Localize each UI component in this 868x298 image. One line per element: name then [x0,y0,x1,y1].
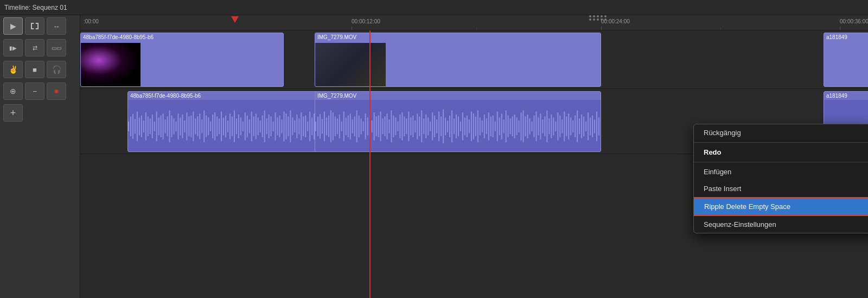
svg-rect-39 [212,115,213,138]
dot [601,18,603,21]
zoom-in-button[interactable]: ⊕ [3,83,23,100]
menu-item-ripple-delete[interactable]: Ripple Delete Empty Space [693,197,868,216]
svg-rect-109 [348,116,349,137]
svg-rect-144 [423,118,424,134]
menu-item-insert[interactable]: Einfügen [694,163,868,180]
svg-rect-165 [469,119,470,134]
headphone-button[interactable]: 🎧 [47,61,66,78]
svg-rect-206 [557,112,558,141]
svg-rect-168 [475,117,476,137]
svg-rect-169 [477,111,478,143]
svg-rect-26 [184,121,185,132]
svg-rect-73 [285,113,286,140]
ruler-tick-24 [601,27,602,30]
svg-rect-138 [410,117,411,135]
record-button[interactable]: ● [47,83,66,100]
svg-rect-12 [154,122,155,131]
svg-rect-224 [596,111,597,141]
svg-rect-122 [376,117,377,137]
svg-rect-177 [495,122,496,131]
playhead-triangle[interactable] [231,16,239,23]
clip-1-thumbnail [81,43,141,86]
svg-rect-59 [256,113,257,140]
menu-item-undo[interactable]: Rückgängig [694,124,868,141]
svg-rect-71 [281,119,282,134]
svg-rect-76 [292,117,293,135]
video-track: 48ba785f-f7de-4980-8b95-b6 IMG_7279.MOV … [80,30,868,89]
svg-rect-3 [135,119,136,134]
ruler-tick-12 [352,27,352,30]
svg-rect-125 [382,118,384,134]
audio-clip-2[interactable]: IMG_7279.MOV [315,91,601,152]
svg-rect-20 [171,116,173,137]
svg-rect-219 [585,122,586,131]
svg-rect-101 [330,111,331,143]
svg-rect-150 [436,119,437,134]
svg-rect-170 [480,117,481,135]
svg-rect-15 [161,116,162,137]
svg-rect-129 [391,111,392,143]
svg-rect-220 [588,112,589,141]
audio-clip-1[interactable]: 48ba785f-f7de-4980-8b95-b6 [127,91,331,152]
box-select-tool-button[interactable] [25,17,44,35]
svg-rect-184 [510,118,511,134]
add-track-button[interactable]: + [3,104,23,122]
svg-rect-30 [193,111,194,141]
dot [593,18,595,21]
svg-rect-137 [408,111,409,141]
select-tool-button[interactable]: ▶ [3,17,23,35]
ruler-labels: :00:00 00:00:12:00 00:00:24:00 00:00:36:… [80,15,868,30]
svg-rect-81 [303,117,304,137]
video-clip-3-partial[interactable]: a181849 [824,33,868,87]
timeline-title: Timeline: Sequenz 01 [4,4,67,11]
svg-rect-162 [462,112,463,141]
svg-rect-19 [169,111,170,143]
svg-rect-47 [229,113,231,140]
svg-rect-116 [363,122,364,131]
svg-rect-29 [190,116,192,137]
track-forward-icon: ▮▶ [9,45,17,51]
move-tool-button[interactable]: ↔ [47,17,66,35]
menu-item-redo-label: Redo [704,148,722,156]
svg-rect-188 [519,121,520,132]
svg-rect-6 [141,116,142,137]
svg-rect-207 [559,116,560,137]
clip-2-label: IMG_7279.MOV [315,33,601,41]
svg-rect-203 [551,115,552,138]
menu-item-sequence-settings[interactable]: Sequenz-Einstellungen [694,216,868,233]
menu-item-ripple-delete-label: Ripple Delete Empty Space [704,202,790,211]
svg-rect-32 [197,117,198,137]
svg-rect-181 [503,119,505,134]
toolbar: ▶ ↔ ▮▶ ⇄ ▭▭ ✌ ■ [0,15,80,298]
menu-item-redo[interactable]: Redo [694,144,868,161]
svg-rect-74 [288,117,289,137]
svg-rect-143 [421,111,422,143]
svg-rect-79 [298,118,299,134]
time-ruler[interactable]: :00:00 00:00:12:00 00:00:24:00 00:00:36:… [80,15,868,30]
svg-rect-187 [516,117,518,135]
toolbar-row-4: ⊕ − ● [0,80,80,102]
zoom-out-button[interactable]: ■ [25,61,44,78]
svg-rect-198 [540,113,541,140]
svg-rect-202 [548,118,550,134]
video-clip-1[interactable]: 48ba785f-f7de-4980-8b95-b6 [80,33,284,87]
svg-rect-66 [271,117,272,137]
menu-item-paste-insert[interactable]: Paste Insert [694,180,868,197]
track-select-all-button[interactable]: ⇄ [25,39,44,56]
svg-rect-171 [482,121,483,132]
zoom-button[interactable]: − [25,83,44,100]
dots-indicator [589,15,607,21]
svg-rect-8 [145,112,146,141]
svg-rect-33 [199,113,200,140]
ripple-edit-button[interactable]: ▭▭ [47,39,66,56]
hand-tool-button[interactable]: ✌ [3,61,23,78]
track-select-forward-button[interactable]: ▮▶ [3,39,23,56]
audio-clip-1-waveform [128,102,330,151]
title-bar: Timeline: Sequenz 01 [0,0,868,15]
svg-rect-182 [506,111,507,143]
ruler-tick-36 [840,27,840,30]
svg-rect-49 [234,111,235,143]
svg-rect-200 [544,117,545,137]
svg-rect-35 [203,111,205,143]
video-clip-2[interactable]: IMG_7279.MOV [315,33,601,87]
